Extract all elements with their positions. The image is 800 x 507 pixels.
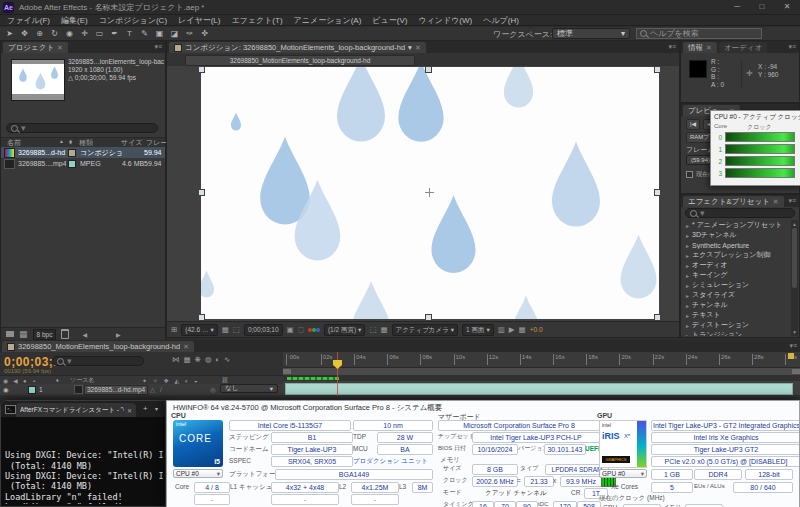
mini-flowchart-icon[interactable]: ⋈ — [172, 355, 180, 364]
tool-icon[interactable]: ▣ — [153, 28, 166, 39]
close-button[interactable]: ✕ — [776, 1, 798, 13]
resolution-select[interactable]: (1/2 画質)▾ — [324, 324, 365, 336]
tool-icon[interactable]: ↻ — [48, 28, 61, 39]
target-region-icon[interactable]: ⬚ — [369, 325, 376, 334]
effects-category[interactable]: ▸ キーイング — [682, 270, 792, 280]
exposure-value[interactable]: +0.0 — [530, 326, 543, 333]
panel-menu-icon[interactable]: ▾≡ — [668, 43, 676, 51]
chevron-right-icon[interactable]: ▸ — [686, 232, 689, 239]
effects-category[interactable]: ▸ スタイライズ — [682, 290, 792, 300]
pixel-aspect-icon[interactable]: ▥ — [498, 325, 505, 334]
help-search-input[interactable]: ヘルプを検索 — [636, 28, 762, 39]
navigator-start-handle[interactable] — [283, 369, 291, 374]
effects-category[interactable]: ▸ Synthetic Aperture — [682, 240, 792, 250]
menu-item[interactable]: ウィンドウ(W) — [418, 15, 472, 26]
menu-item[interactable]: コンポジション(C) — [99, 15, 167, 26]
effects-category[interactable]: ▸ オーディオ — [682, 260, 792, 270]
selection-handle[interactable] — [198, 189, 205, 196]
expand-icon[interactable]: ⊞ — [171, 325, 177, 334]
minimize-button[interactable]: ─ — [726, 1, 748, 13]
menu-item[interactable]: ビュー(V) — [372, 15, 407, 26]
selection-handle[interactable] — [654, 66, 661, 73]
menu-item[interactable]: 編集(E) — [61, 15, 88, 26]
chevron-right-icon[interactable]: ▸ — [686, 292, 689, 299]
tool-icon[interactable]: ✥ — [18, 28, 31, 39]
tab-info[interactable]: 情報✕ — [683, 42, 717, 53]
navigator-end-handle[interactable] — [792, 369, 800, 374]
chevron-right-icon[interactable]: ▸ — [686, 312, 689, 319]
selection-handle[interactable] — [198, 314, 205, 321]
from-current-checkbox[interactable] — [686, 171, 693, 178]
composition-breadcrumb-button[interactable]: 32698850_MotionElements_loop-background-… — [185, 55, 415, 66]
timeline-search-input[interactable]: ▾ — [52, 356, 144, 366]
chevron-right-icon[interactable]: ▸ — [686, 242, 689, 249]
menu-item[interactable]: アニメーション(A) — [294, 15, 362, 26]
effects-category[interactable]: ▸ トランジション — [682, 330, 792, 336]
timeline-layer-row[interactable]: ◉ 1 3269885...d-hd.mp4 △ / ◎ なし▾ — [0, 384, 283, 395]
tool-icon[interactable]: ◉ — [63, 28, 76, 39]
time-navigator[interactable] — [283, 368, 800, 375]
work-area-end-marker[interactable] — [788, 353, 794, 359]
effects-category[interactable]: ▸ 3Dチャンネル — [682, 230, 792, 240]
tool-icon[interactable]: ◪ — [168, 28, 181, 39]
tool-icon[interactable]: T — [123, 28, 136, 39]
label-column-icon[interactable]: ⬧ — [69, 138, 72, 146]
shy-icon[interactable]: ❋ — [195, 355, 201, 364]
selection-handle[interactable] — [425, 66, 432, 73]
view-layout-select[interactable]: 1 画面▾ — [462, 324, 494, 336]
guides-icon[interactable]: ▦ — [222, 325, 229, 334]
time-ruler[interactable]: :00s02s04s06s08s10s12s14s16s18s20s22s24s… — [283, 352, 800, 368]
quality-icon[interactable]: / — [160, 384, 162, 395]
parent-select[interactable]: なし▾ — [220, 384, 278, 393]
snapshot-icon[interactable]: ▣ — [287, 325, 294, 334]
production-unit-link[interactable]: プロダクション ユニット — [353, 455, 428, 466]
panel-menu-icon[interactable]: ▾≡ — [788, 43, 796, 51]
close-icon[interactable]: ✕ — [706, 42, 712, 53]
chevron-down-icon[interactable]: ▾ — [408, 42, 412, 53]
tab-timeline[interactable]: 32698850_MotionElements_loop-background-… — [2, 341, 194, 352]
new-tab-icon[interactable]: + — [143, 404, 148, 413]
project-row-composition[interactable]: 3269885...d-hd コンポジション 59.94 — [1, 147, 165, 158]
timeline-button-icon[interactable]: ▦ — [519, 325, 526, 334]
trash-icon[interactable] — [61, 329, 69, 339]
tool-icon[interactable]: ✑ — [183, 28, 196, 39]
scroll-left-icon[interactable]: ◀ — [82, 331, 87, 338]
project-row-footage[interactable]: 3269885....mp4 MPEG 4.6 MB 59.94 — [1, 158, 165, 169]
channels-icon[interactable] — [308, 326, 320, 333]
tab-effects-presets[interactable]: エフェクト&プリセット✕ — [683, 196, 784, 207]
layer-label-swatch[interactable] — [28, 386, 36, 394]
menu-item[interactable]: ヘルプ(H) — [483, 15, 519, 26]
close-icon[interactable]: ✕ — [415, 42, 421, 53]
layer-source-name[interactable]: 3269885...d-hd.mp4 — [84, 385, 148, 395]
close-icon[interactable]: ✕ — [773, 196, 779, 207]
layer-visibility-icon[interactable]: ◉ — [3, 384, 9, 395]
viewer-timecode[interactable]: 0;00;03;10 — [244, 324, 283, 336]
graph-editor-icon[interactable]: ∿ — [224, 355, 230, 364]
chevron-right-icon[interactable]: ▸ — [686, 332, 689, 337]
transparency-grid-icon[interactable]: ▦ — [380, 325, 387, 334]
layer-track[interactable] — [283, 381, 800, 395]
cpu-selector[interactable]: CPU #0▾ — [173, 469, 223, 478]
terminal-window[interactable]: >_ AfterFXコマンドラインスタート - "C: ✕ + ▾ Using … — [0, 400, 166, 507]
frame-blend-icon[interactable]: ◍ — [205, 355, 212, 364]
scroll-up-icon[interactable]: ▲ — [792, 221, 797, 227]
new-folder-icon[interactable] — [6, 331, 14, 337]
chevron-right-icon[interactable]: ▸ — [686, 222, 689, 229]
collapse-icon[interactable]: △ — [150, 384, 155, 395]
label-swatch[interactable] — [68, 160, 76, 168]
close-icon[interactable]: ✕ — [183, 341, 189, 352]
tool-icon[interactable]: ✎ — [138, 28, 151, 39]
effects-search-input[interactable]: ▾ — [685, 208, 795, 218]
selection-handle[interactable] — [425, 314, 432, 321]
terminal-tab[interactable]: AfterFXコマンドラインスタート - "C: ✕ — [16, 403, 136, 417]
color-depth-button[interactable]: 8 bpc — [33, 329, 57, 340]
effects-category[interactable]: ▸ ディストーション — [682, 320, 792, 330]
chevron-right-icon[interactable]: ▸ — [686, 252, 689, 259]
label-swatch[interactable] — [68, 149, 76, 157]
first-frame-button[interactable]: |◀ — [686, 119, 700, 130]
tool-icon[interactable]: ⊕ — [33, 28, 46, 39]
region-of-interest-icon[interactable]: ⬚ — [233, 325, 240, 334]
menu-item[interactable]: エフェクト(T) — [231, 15, 282, 26]
tool-icon[interactable]: ▭ — [93, 28, 106, 39]
scroll-right-icon[interactable]: ▶ — [116, 331, 121, 338]
